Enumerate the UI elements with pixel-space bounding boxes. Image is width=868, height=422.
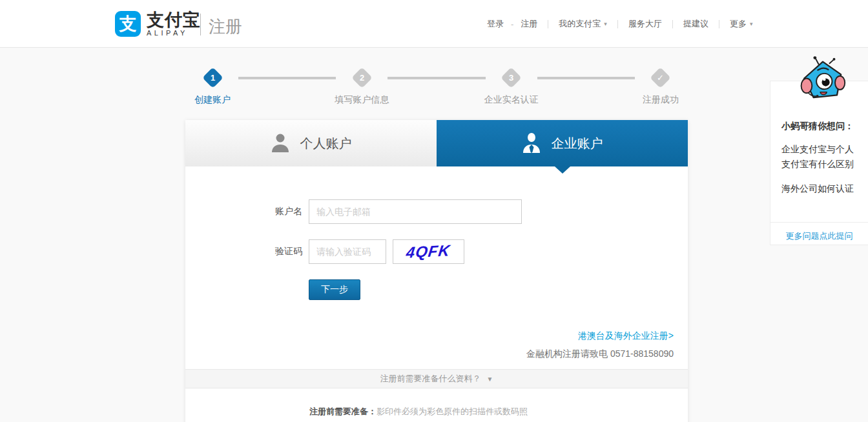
sidebar-title: 小蚂哥猜你想问： (781, 121, 868, 132)
sidebar-more-link[interactable]: 更多问题点此提问 (770, 222, 868, 242)
overseas-register-link[interactable]: 港澳台及海外企业注册> (578, 330, 674, 342)
next-step-button[interactable]: 下一步 (309, 279, 360, 300)
chevron-down-icon: ▾ (604, 21, 607, 27)
top-nav: 登录 - 注册 我的支付宝 ▾ 服务大厅 提建议 更多 ▾ (481, 0, 758, 48)
sidebar-question-difference[interactable]: 企业支付宝与个人支付宝有什么区别 (781, 142, 857, 172)
captcha-field: 验证码 4QFK (266, 239, 688, 264)
step-connector (238, 77, 336, 79)
brand-name-en: ALIPAY (147, 29, 201, 37)
nav-more[interactable]: 更多 ▾ (724, 18, 759, 30)
header: 支 支付宝 ALIPAY 注册 登录 - 注册 我的支付宝 ▾ 服务大厅 提建议… (0, 0, 868, 48)
step-3-label: 企业实名认证 (484, 94, 539, 106)
tab-enterprise-account[interactable]: 企业账户 (437, 120, 688, 166)
step-fill-info: 2 填写账户信息 (336, 67, 388, 106)
nav-my-alipay[interactable]: 我的支付宝 ▾ (553, 18, 613, 30)
register-form: 账户名 验证码 4QFK 下一步 港澳台及海外企业注册> 金融机构注册请致电 0… (185, 166, 688, 417)
step-3-diamond: 3 (501, 67, 522, 88)
nav-suggest[interactable]: 提建议 (677, 18, 714, 30)
page-title: 注册 (209, 15, 242, 38)
step-1-diamond: 1 (202, 67, 223, 88)
captcha-code: 4QFK (406, 241, 451, 262)
alipay-brand[interactable]: 支付宝 ALIPAY (147, 11, 201, 37)
tab-personal-account[interactable]: 个人账户 (185, 120, 437, 166)
captcha-image[interactable]: 4QFK (393, 239, 464, 264)
mascot-robot-icon (798, 54, 847, 105)
captcha-input[interactable] (309, 239, 386, 264)
tab-personal-label: 个人账户 (300, 135, 352, 152)
prep-bar-label: 注册前需要准备什么资料？ (380, 373, 481, 385)
alipay-logo-icon[interactable]: 支 (115, 11, 141, 37)
register-card: 个人账户 企业账户 账户名 验证码 4QFK 下一步 港澳台及海外企业注册> (185, 120, 688, 422)
logo-divider (200, 14, 201, 35)
step-success: ✓ 注册成功 (635, 67, 687, 106)
sidebar-question-overseas[interactable]: 海外公司如何认证 (781, 181, 857, 196)
finance-phone-note: 金融机构注册请致电 0571-88158090 (185, 348, 674, 360)
nav-separator (672, 20, 673, 28)
nav-login-link[interactable]: 登录 (481, 18, 510, 30)
person-icon (271, 133, 290, 154)
active-tab-pointer (555, 166, 570, 174)
prep-note-title: 注册前需要准备： (309, 407, 377, 416)
caret-down-icon: ▼ (487, 376, 493, 383)
step-verify-name: 3 企业实名认证 (486, 67, 537, 106)
nav-separator (719, 20, 719, 28)
step-2-diamond: 2 (351, 67, 373, 88)
tab-enterprise-label: 企业账户 (552, 135, 603, 152)
nav-service-hall[interactable]: 服务大厅 (623, 18, 668, 30)
step-1-label: 创建账户 (194, 94, 231, 106)
account-type-tabs: 个人账户 企业账户 (185, 120, 688, 166)
prep-note-text: 影印件必须为彩色原件的扫描件或数码照 (377, 407, 528, 416)
progress-steps: 1 创建账户 2 填写账户信息 3 企业实名认证 ✓ 注册成功 (185, 67, 688, 106)
nav-register-link[interactable]: 注册 (515, 18, 543, 30)
nav-separator (548, 20, 548, 28)
chevron-down-icon: ▾ (750, 21, 753, 27)
prep-question-bar[interactable]: 注册前需要准备什么资料？ ▼ (185, 369, 688, 388)
step-4-label: 注册成功 (643, 94, 679, 106)
nav-more-label: 更多 (730, 18, 747, 30)
step-4-diamond check-icon: ✓ (650, 67, 672, 88)
captcha-label: 验证码 (266, 246, 302, 257)
nav-dash-separator: - (510, 19, 515, 29)
account-name-field: 账户名 (266, 199, 688, 224)
account-name-input[interactable] (309, 199, 522, 224)
nav-separator (617, 20, 618, 28)
nav-my-alipay-label: 我的支付宝 (559, 18, 601, 30)
brand-name-cn: 支付宝 (147, 11, 201, 29)
extra-links: 港澳台及海外企业注册> 金融机构注册请致电 0571-88158090 (185, 330, 688, 360)
help-sidebar: 小蚂哥猜你想问： 企业支付宝与个人支付宝有什么区别 海外公司如何认证 更多问题点… (770, 81, 868, 245)
prep-note: 注册前需要准备：影印件必须为彩色原件的扫描件或数码照 (309, 406, 688, 417)
step-connector (537, 77, 635, 79)
business-person-icon (522, 132, 541, 154)
account-name-label: 账户名 (266, 206, 302, 217)
step-2-label: 填写账户信息 (335, 94, 389, 106)
step-create-account: 1 创建账户 (187, 67, 238, 106)
step-connector (388, 77, 485, 79)
